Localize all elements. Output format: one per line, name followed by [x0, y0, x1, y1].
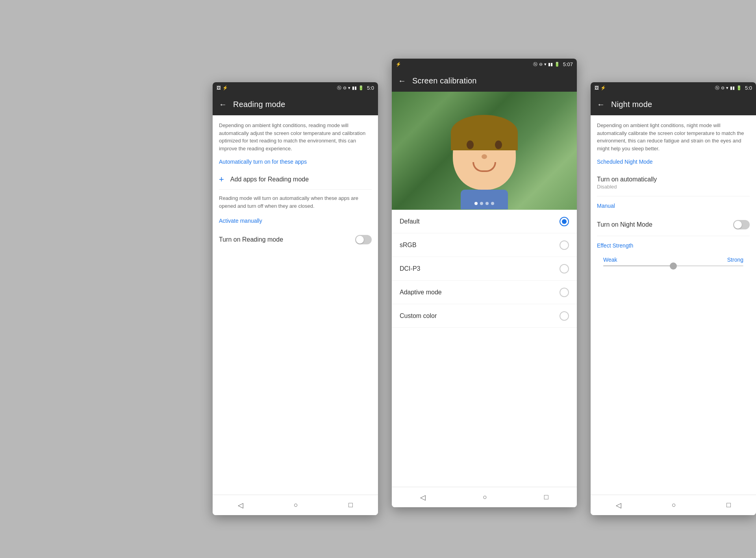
back-nav-left[interactable]: ◁ — [238, 501, 243, 510]
turn-on-auto-label: Turn on automatically — [597, 176, 657, 183]
home-nav-left[interactable]: ○ — [294, 501, 298, 509]
option-custom[interactable]: Custom color — [392, 304, 577, 328]
night-mode-toggle[interactable] — [733, 220, 750, 229]
recent-nav-center[interactable]: □ — [544, 493, 548, 501]
minus-circle-icon: ⊖ — [343, 85, 346, 91]
option-dcip3-label: DCI-P3 — [400, 265, 420, 272]
signal-icon-center: ▮▮ — [548, 62, 553, 67]
battery-icon-center: 🔋 — [554, 62, 560, 67]
night-mode-phone: 🖼 ⚡ Ⓝ ⊖ ▾ ▮▮ 🔋 5:0 ← Night mode Dependin… — [591, 82, 756, 515]
bolt-icon: ⚡ — [222, 85, 228, 91]
strong-label: Strong — [727, 257, 743, 263]
dot-4 — [491, 202, 494, 205]
add-apps-label: Add apps for Reading mode — [230, 176, 309, 183]
option-adaptive-label: Adaptive mode — [400, 289, 442, 296]
calibration-options: Default sRGB DCI-P3 Adaptive mode Custom… — [392, 210, 577, 487]
option-default[interactable]: Default — [392, 210, 577, 233]
dot-1 — [474, 202, 478, 205]
reading-mode-content: Depending on ambient light conditions, r… — [213, 115, 378, 495]
radio-custom[interactable] — [560, 311, 569, 321]
nfc-icon-center: Ⓝ — [533, 61, 537, 67]
nfc-icon-right: Ⓝ — [715, 85, 719, 91]
calibration-title: Screen calibration — [412, 76, 477, 85]
bottom-nav-left: ◁ ○ □ — [213, 495, 378, 515]
radio-dcip3[interactable] — [560, 264, 569, 273]
back-button-left[interactable]: ← — [219, 100, 227, 109]
effect-strength-slider-row: Weak Strong — [597, 253, 750, 273]
turn-on-auto-sub: Disabled — [597, 184, 657, 190]
recent-nav-left[interactable]: □ — [348, 501, 353, 509]
add-apps-row[interactable]: + Add apps for Reading mode — [219, 170, 372, 190]
radio-srgb[interactable] — [560, 240, 569, 250]
scheduled-section-title: Scheduled Night Mode — [597, 159, 750, 165]
option-srgb-label: sRGB — [400, 242, 417, 249]
dot-3 — [485, 202, 489, 205]
app-bar-left: ← Reading mode — [213, 93, 378, 115]
reading-mode-title: Reading mode — [233, 100, 285, 109]
bolt-icon-center: ⚡ — [396, 62, 401, 67]
app-bar-center: ← Screen calibration — [392, 70, 577, 92]
nfc-icon: Ⓝ — [337, 85, 341, 91]
back-nav-center[interactable]: ◁ — [420, 493, 426, 502]
turn-on-reading-row: Turn on Reading mode — [219, 229, 372, 251]
wifi-icon-center: ▾ — [544, 62, 547, 67]
status-bar-left: 🖼 ⚡ Ⓝ ⊖ ▾ ▮▮ 🔋 5:0 — [213, 82, 378, 93]
home-nav-right[interactable]: ○ — [672, 501, 676, 509]
status-bar-center: ⚡ Ⓝ ⊖ ▾ ▮▮ 🔋 5:07 — [392, 59, 577, 70]
divider-2 — [597, 236, 750, 236]
status-bar-right: 🖼 ⚡ Ⓝ ⊖ ▾ ▮▮ 🔋 5:0 — [591, 82, 756, 93]
option-custom-label: Custom color — [400, 312, 437, 320]
carousel-dots — [474, 202, 494, 205]
activate-manually-title: Activate manually — [219, 218, 372, 224]
nose — [482, 154, 487, 159]
option-dcip3[interactable]: DCI-P3 — [392, 257, 577, 281]
home-nav-center[interactable]: ○ — [483, 493, 487, 501]
portrait-image — [453, 119, 516, 190]
option-srgb[interactable]: sRGB — [392, 233, 577, 257]
turn-on-auto-info: Turn on automatically Disabled — [597, 176, 657, 190]
back-button-right[interactable]: ← — [597, 100, 605, 109]
status-time-center: 5:07 — [563, 61, 573, 67]
battery-icon-right: 🔋 — [736, 85, 742, 91]
option-default-label: Default — [400, 218, 420, 225]
status-time-right: 5:0 — [745, 85, 752, 91]
wifi-icon-right: ▾ — [726, 85, 728, 91]
slider-thumb[interactable] — [670, 262, 677, 270]
divider-1 — [597, 196, 750, 196]
night-mode-content: Depending on ambient light conditions, n… — [591, 115, 756, 495]
effect-strength-title: Effect Strength — [597, 242, 750, 249]
minus-circle-icon-center: ⊖ — [539, 62, 543, 67]
shirt — [461, 190, 508, 209]
manual-section-title: Manual — [597, 203, 750, 209]
reading-mode-phone: 🖼 ⚡ Ⓝ ⊖ ▾ ▮▮ 🔋 5:0 ← Reading mode Depend… — [213, 82, 378, 515]
weak-label: Weak — [603, 257, 617, 263]
screen-calibration-phone: ⚡ Ⓝ ⊖ ▾ ▮▮ 🔋 5:07 ← Screen calibration — [392, 59, 577, 507]
battery-icon: 🔋 — [358, 85, 364, 91]
dot-2 — [480, 202, 483, 205]
bolt-icon-right: ⚡ — [600, 85, 606, 91]
turn-on-auto-row: Turn on automatically Disabled — [597, 170, 750, 196]
reading-mode-toggle[interactable] — [355, 235, 372, 244]
bottom-nav-center: ◁ ○ □ — [392, 487, 577, 507]
gallery-icon-right: 🖼 — [595, 85, 599, 90]
back-button-center[interactable]: ← — [398, 76, 406, 85]
eye-left — [467, 140, 474, 149]
turn-on-night-label: Turn on Night Mode — [597, 221, 652, 228]
option-adaptive[interactable]: Adaptive mode — [392, 281, 577, 304]
night-mode-title: Night mode — [611, 100, 652, 109]
app-bar-right: ← Night mode — [591, 93, 756, 115]
radio-default[interactable] — [560, 217, 569, 226]
hair — [451, 115, 518, 150]
wifi-icon: ▾ — [348, 85, 350, 91]
turn-on-night-row: Turn on Night Mode — [597, 214, 750, 236]
recent-nav-right[interactable]: □ — [726, 501, 731, 509]
slider-track[interactable] — [603, 265, 743, 266]
reading-mode-description: Depending on ambient light conditions, r… — [219, 122, 372, 152]
smile — [472, 162, 496, 172]
face — [453, 119, 516, 190]
plus-icon: + — [219, 174, 224, 185]
signal-icon: ▮▮ — [352, 85, 357, 91]
night-mode-description: Depending on ambient light conditions, n… — [597, 122, 750, 152]
radio-adaptive[interactable] — [560, 288, 569, 297]
back-nav-right[interactable]: ◁ — [616, 501, 621, 510]
